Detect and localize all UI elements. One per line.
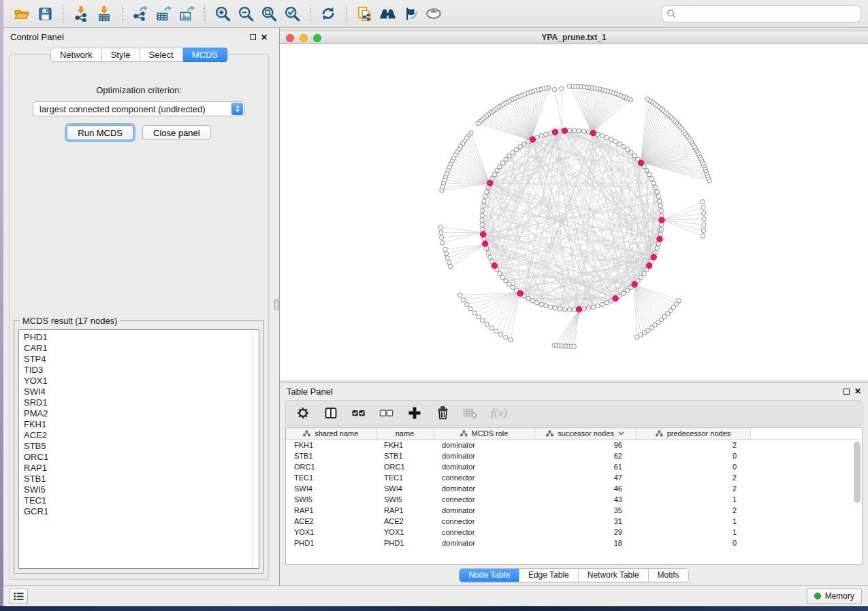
table-cell: YOX1	[376, 527, 434, 538]
float-table-panel-icon[interactable]	[843, 389, 850, 395]
mcds-result-item[interactable]: STB1	[24, 474, 259, 484]
zoom-fit-button[interactable]	[259, 4, 278, 23]
tab-select[interactable]: Select	[140, 48, 183, 62]
close-table-panel-icon[interactable]: ✕	[854, 388, 861, 395]
mcds-result-item[interactable]: PMA2	[24, 408, 259, 419]
tab-edge-table[interactable]: Edge Table	[519, 569, 578, 582]
import-table-button[interactable]	[95, 4, 114, 23]
mcds-result-item[interactable]: STB5	[24, 441, 259, 452]
list-scrollbar[interactable]	[252, 331, 258, 567]
table-row[interactable]: SWI5SWI5connector431	[286, 494, 862, 505]
open-session-button[interactable]	[12, 4, 31, 23]
zoom-out-icon	[238, 5, 255, 22]
table-scrollbar-thumb[interactable]	[854, 442, 861, 503]
find-button[interactable]	[378, 4, 397, 23]
tab-network[interactable]: Network	[50, 48, 102, 62]
mcds-result-item[interactable]: CAR1	[24, 343, 259, 354]
memory-button[interactable]: Memory	[807, 589, 862, 604]
mcds-result-item[interactable]: TEC1	[24, 495, 259, 506]
column-header-predecessor-nodes[interactable]: predecessor nodes	[636, 428, 750, 440]
table-row[interactable]: ORC1ORC1dominator610	[286, 461, 862, 472]
open-folder-icon	[14, 5, 30, 22]
search-input[interactable]	[662, 5, 861, 22]
show-columns-button[interactable]	[323, 406, 338, 420]
tab-motifs[interactable]: Motifs	[648, 569, 688, 582]
column-header-shared-name[interactable]: shared name	[286, 428, 376, 440]
table-panel-header: Table Panel ✕	[280, 383, 868, 399]
mcds-result-item[interactable]: GCR1	[24, 506, 259, 517]
table-row[interactable]: YOX1YOX1connector291	[286, 527, 862, 538]
tab-network-table[interactable]: Network Table	[578, 569, 648, 582]
column-header-name[interactable]: name	[376, 428, 434, 440]
run-mcds-button[interactable]: Run MCDS	[67, 125, 133, 140]
table-settings-button[interactable]	[295, 406, 310, 420]
mcds-result-item[interactable]: SWI5	[24, 484, 259, 495]
save-session-button[interactable]	[35, 4, 54, 23]
select-all-button[interactable]	[351, 406, 366, 420]
mcds-result-item[interactable]: RAP1	[24, 463, 259, 474]
close-panel-icon[interactable]: ✕	[261, 34, 268, 41]
optimization-criterion-label: Optimization criterion:	[10, 85, 268, 95]
task-history-button[interactable]	[10, 589, 28, 604]
table-row[interactable]: RAP1RAP1dominator352	[286, 505, 862, 516]
float-panel-icon[interactable]	[250, 34, 256, 40]
table-toolbar: f(x)	[285, 400, 863, 426]
network-graph[interactable]	[280, 44, 868, 380]
zoom-in-button[interactable]	[213, 4, 232, 23]
mcds-result-item[interactable]: TID3	[24, 365, 259, 376]
attribute-type-icon	[656, 430, 663, 437]
mcds-result-item[interactable]: FKH1	[24, 419, 259, 430]
table-row[interactable]: FKH1FKH1dominator962	[286, 440, 862, 450]
tab-mcds[interactable]: MCDS	[183, 48, 227, 62]
mcds-result-item[interactable]: STP4	[24, 354, 259, 365]
tab-style[interactable]: Style	[102, 48, 140, 62]
zoom-selected-button[interactable]	[283, 4, 302, 23]
toolbar-separator	[63, 5, 63, 22]
gear-icon	[296, 406, 310, 420]
main-area: Control Panel ✕ Network Style Select MCD…	[3, 28, 868, 585]
toolbar-separator	[346, 5, 347, 22]
mcds-result-item[interactable]: PHD1	[24, 332, 259, 343]
clone-network-button[interactable]	[355, 4, 374, 23]
table-cell: dominator	[434, 538, 534, 548]
table-row[interactable]: PHD1PHD1dominator180	[286, 538, 862, 548]
import-network-button[interactable]	[71, 4, 91, 23]
tab-node-table[interactable]: Node Table	[460, 569, 519, 582]
close-panel-button[interactable]: Close panel	[142, 125, 211, 140]
fx-icon: f(x)	[491, 406, 507, 420]
show-panel-button[interactable]	[424, 4, 443, 23]
window-minimize-light[interactable]	[300, 34, 308, 42]
panel-divider[interactable]	[274, 28, 279, 585]
export-network-button[interactable]	[131, 4, 150, 23]
refresh-button[interactable]	[319, 4, 338, 23]
mcds-result-item[interactable]: ORC1	[24, 452, 259, 463]
delete-column-button[interactable]	[435, 406, 450, 420]
plus-icon	[408, 406, 421, 420]
mcds-result-item[interactable]: SRD1	[24, 397, 259, 408]
zoom-out-button[interactable]	[236, 4, 255, 23]
export-table-button[interactable]	[154, 4, 173, 23]
mcds-result-list[interactable]: PHD1CAR1STP4TID3YOX1SWI4SRD1PMA2FKH1ACE2…	[18, 329, 259, 569]
mcds-result-item[interactable]: YOX1	[24, 376, 259, 386]
export-image-button[interactable]	[177, 4, 196, 23]
table-row[interactable]: TEC1TEC1connector472	[286, 472, 862, 483]
window-close-light[interactable]	[286, 34, 294, 42]
table-cell: 1	[636, 516, 750, 527]
add-column-button[interactable]	[407, 406, 422, 420]
table-cell: 62	[534, 450, 636, 461]
window-zoom-light[interactable]	[313, 34, 321, 42]
mcds-result-item[interactable]: SWI4	[24, 386, 259, 397]
mcds-result-item[interactable]: ACE2	[24, 430, 259, 441]
column-header-successor-nodes[interactable]: successor nodes	[534, 428, 636, 440]
table-row[interactable]: SWI4SWI4dominator462	[286, 483, 862, 494]
column-header-mcds-role[interactable]: MCDS role	[434, 428, 534, 440]
table-row[interactable]: ACE2ACE2connector311	[286, 516, 862, 527]
criterion-select[interactable]: largest connected component (undirected)	[33, 101, 245, 116]
network-window-titlebar[interactable]: YPA_prune.txt_1	[280, 31, 868, 44]
network-canvas[interactable]	[280, 44, 868, 380]
binoculars-icon	[379, 5, 397, 23]
hide-results-button[interactable]	[401, 4, 420, 23]
divider-handle[interactable]	[274, 299, 279, 310]
deselect-all-button[interactable]	[379, 406, 394, 420]
table-row[interactable]: STB1STB1dominator620	[286, 450, 862, 461]
